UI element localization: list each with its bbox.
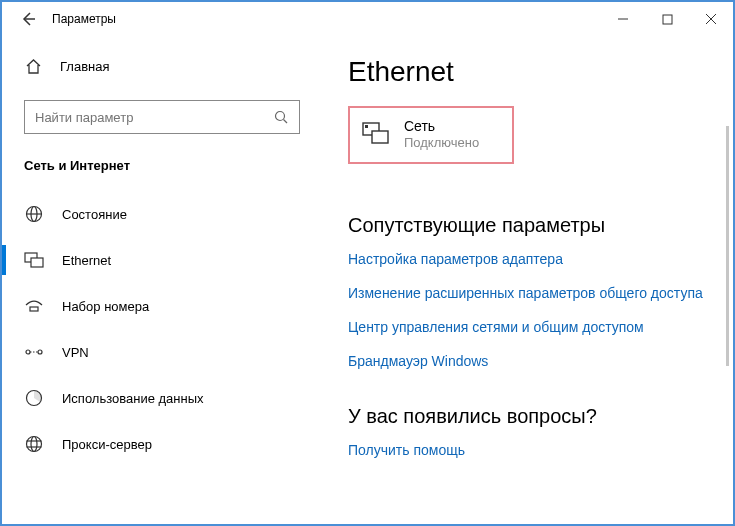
nav-label: Использование данных (62, 391, 204, 406)
main-content: Ethernet Сеть Подключено Сопутствующие п… (322, 36, 733, 524)
nav-item-dialup[interactable]: Набор номера (2, 283, 322, 329)
nav-label: Набор номера (62, 299, 149, 314)
search-input[interactable] (35, 110, 274, 125)
datausage-icon (24, 388, 44, 408)
svg-point-18 (31, 437, 37, 452)
svg-rect-2 (663, 15, 672, 24)
minimize-button[interactable] (601, 4, 645, 34)
svg-rect-23 (365, 125, 368, 128)
nav-item-datausage[interactable]: Использование данных (2, 375, 322, 421)
status-icon (24, 204, 44, 224)
nav-item-status[interactable]: Состояние (2, 191, 322, 237)
svg-line-6 (284, 119, 288, 123)
link-adapter-settings[interactable]: Настройка параметров адаптера (348, 251, 707, 267)
nav-label: VPN (62, 345, 89, 360)
close-button[interactable] (689, 4, 733, 34)
scrollbar[interactable] (726, 126, 729, 366)
back-button[interactable] (14, 5, 42, 33)
vpn-icon (24, 342, 44, 362)
network-name: Сеть (404, 118, 479, 135)
window-title: Параметры (52, 12, 116, 26)
sidebar: Главная Сеть и Интернет Состояние Ethern… (2, 36, 322, 524)
section-label: Сеть и Интернет (2, 134, 322, 183)
home-label: Главная (60, 59, 109, 74)
network-icon (362, 122, 390, 146)
svg-rect-12 (30, 307, 38, 311)
maximize-button[interactable] (645, 4, 689, 34)
home-nav[interactable]: Главная (2, 46, 322, 86)
search-icon (274, 110, 289, 125)
nav-item-vpn[interactable]: VPN (2, 329, 322, 375)
proxy-icon (24, 434, 44, 454)
nav-item-proxy[interactable]: Прокси-сервер (2, 421, 322, 467)
nav-label: Состояние (62, 207, 127, 222)
nav-label: Прокси-сервер (62, 437, 152, 452)
link-firewall[interactable]: Брандмауэр Windows (348, 353, 707, 369)
svg-rect-22 (372, 131, 388, 143)
dialup-icon (24, 296, 44, 316)
nav-label: Ethernet (62, 253, 111, 268)
svg-point-17 (27, 437, 42, 452)
svg-rect-11 (31, 258, 43, 267)
window-controls (601, 4, 733, 34)
network-status: Подключено (404, 135, 479, 150)
svg-point-5 (276, 111, 285, 120)
ethernet-icon (24, 250, 44, 270)
related-heading: Сопутствующие параметры (348, 214, 707, 237)
page-title: Ethernet (348, 56, 707, 88)
link-get-help[interactable]: Получить помощь (348, 442, 707, 458)
link-network-center[interactable]: Центр управления сетями и общим доступом (348, 319, 707, 335)
network-card[interactable]: Сеть Подключено (348, 106, 514, 164)
nav-list: Состояние Ethernet Набор номера VPN (2, 191, 322, 467)
svg-point-13 (26, 350, 30, 354)
titlebar: Параметры (2, 2, 733, 36)
svg-point-14 (38, 350, 42, 354)
search-box[interactable] (24, 100, 300, 134)
questions-heading: У вас появились вопросы? (348, 405, 707, 428)
home-icon (24, 57, 42, 75)
nav-item-ethernet[interactable]: Ethernet (2, 237, 322, 283)
link-advanced-sharing[interactable]: Изменение расширенных параметров общего … (348, 285, 707, 301)
